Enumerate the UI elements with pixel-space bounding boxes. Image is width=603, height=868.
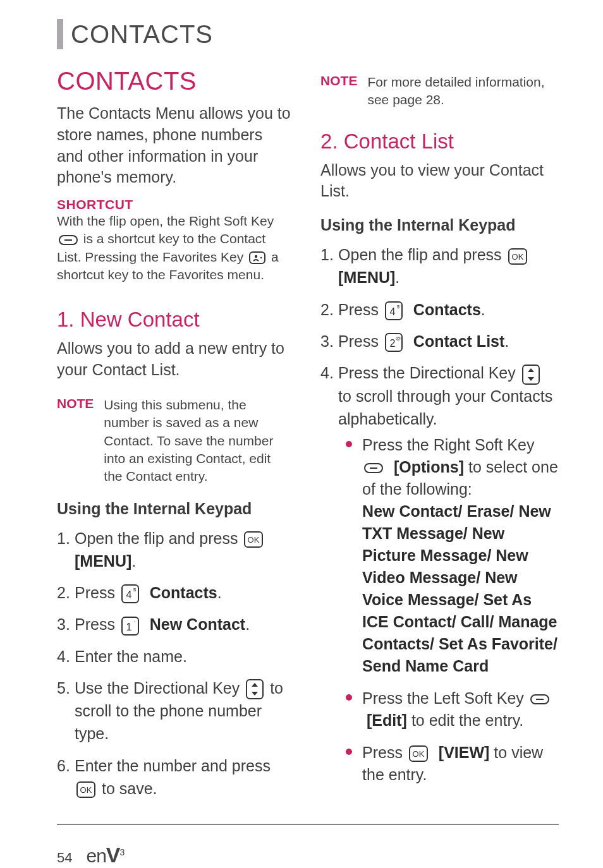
svg-text:': ' <box>134 620 135 625</box>
shortcut-text: With the flip open, the Right Soft Key i… <box>57 212 293 284</box>
step-bold: Contacts <box>413 301 481 318</box>
right-soft-key-icon <box>364 463 383 473</box>
page-title: CONTACTS <box>71 20 213 49</box>
svg-text:OK: OK <box>413 749 425 759</box>
keypad-2-icon: 2@ <box>385 333 403 352</box>
step-3: Press 2@ Contact List. <box>320 330 559 353</box>
bullet-text-b: to edit the entry. <box>411 711 523 729</box>
brand-logo: enV3 <box>86 843 124 867</box>
bullet-text: Press the Right Soft Key <box>362 436 534 454</box>
step-6: Enter the number and press OK to save. <box>57 754 293 800</box>
svg-text:OK: OK <box>80 785 92 795</box>
svg-point-4 <box>260 257 262 259</box>
keypad-heading-right: Using the Internal Keypad <box>320 216 559 234</box>
bullet-bold: [Edit] <box>367 711 407 729</box>
new-contact-intro: Allows you to add a new entry to your Co… <box>57 338 293 381</box>
note-text: For more detailed information, see page … <box>367 73 559 109</box>
bullet-text: Press <box>362 744 407 761</box>
step-4: Press the Directional Key to scroll thro… <box>320 361 559 786</box>
bullet-bold: [Options] <box>394 458 464 476</box>
note-new-contact: NOTE Using this submenu, the number is s… <box>57 396 293 486</box>
bullet-options: Press the Right Soft Key [Options] to se… <box>338 434 559 677</box>
steps-contact-list: Open the flip and press OK [MENU]. Press… <box>320 243 559 796</box>
svg-marker-14 <box>252 683 258 687</box>
page-number: 54 <box>57 850 72 866</box>
svg-text:@: @ <box>396 335 401 341</box>
svg-text:2: 2 <box>390 338 396 349</box>
keypad-4-icon: 4$ <box>385 301 403 320</box>
note-more-info: NOTE For more detailed information, see … <box>320 73 559 109</box>
step-text: Press <box>338 301 383 318</box>
step-1: Open the flip and press OK [MENU]. <box>320 243 559 289</box>
note-label: NOTE <box>57 396 94 486</box>
ok-key-icon: OK <box>508 248 527 265</box>
left-soft-key-icon <box>530 694 549 704</box>
keypad-1-icon: 1' <box>121 617 139 636</box>
contact-list-intro: Allows you to view your Contact List. <box>320 160 559 203</box>
logo-v: V <box>106 843 120 867</box>
shortcut-line1a: With the flip open, the Right Soft Key <box>57 214 274 228</box>
bullet-text: Press the Left Soft Key <box>362 689 528 707</box>
step-bold: Contact List <box>413 332 504 350</box>
bullet-bold: [VIEW] <box>439 744 490 761</box>
step-text: Press <box>75 584 119 601</box>
svg-text:4: 4 <box>390 306 396 317</box>
ok-key-icon: OK <box>244 531 263 548</box>
step-text: Enter the number and press <box>75 757 271 775</box>
options-list: New Contact/ Erase/ New TXT Message/ New… <box>362 502 557 675</box>
step-3: Press 1' New Contact. <box>57 613 293 636</box>
step-bold: New Contact <box>150 615 245 633</box>
step-bold: [MENU] <box>75 552 131 570</box>
header-accent-bar <box>57 19 63 49</box>
step-text: Press <box>75 615 119 633</box>
section-heading-contacts: CONTACTS <box>57 67 293 95</box>
shortcut-label: SHORTCUT <box>57 197 293 212</box>
step-text: Press the Directional Key <box>338 364 520 382</box>
svg-rect-26 <box>523 365 539 384</box>
favorites-key-icon <box>249 251 265 264</box>
step-text: Enter the name. <box>75 648 187 665</box>
logo-en: en <box>86 845 106 866</box>
svg-marker-15 <box>252 692 258 696</box>
section-heading-new-contact: 1. New Contact <box>57 308 293 332</box>
page: CONTACTS CONTACTS The Contacts Menu allo… <box>0 0 603 868</box>
svg-marker-28 <box>528 377 534 381</box>
bullet-view: Press OK [VIEW] to view the entry. <box>338 742 559 786</box>
shortcut-line2a: Pressing the Favorites Key <box>85 250 247 264</box>
ok-key-icon: OK <box>76 781 95 798</box>
step-1: Open the flip and press OK [MENU]. <box>57 527 293 573</box>
note-label: NOTE <box>320 73 357 109</box>
keypad-heading-left: Using the Internal Keypad <box>57 500 293 518</box>
sub-bullets: Press the Right Soft Key [Options] to se… <box>338 434 559 786</box>
step-2: Press 4$ Contacts. <box>57 581 293 604</box>
svg-text:1: 1 <box>126 622 131 632</box>
svg-rect-2 <box>250 252 265 263</box>
step-4: Enter the name. <box>57 645 293 668</box>
step-text: Open the flip and press <box>75 529 242 547</box>
step-bold: [MENU] <box>338 268 395 286</box>
step-text-b: to save. <box>102 780 157 797</box>
step-text: Use the Directional Key <box>75 679 244 697</box>
step-text: Press <box>338 332 383 350</box>
ok-key-icon: OK <box>409 745 428 762</box>
step-text-b: to scroll through your Contacts alphabet… <box>338 387 552 428</box>
step-text: Open the flip and press <box>338 246 506 263</box>
step-bold: Contacts <box>150 584 217 601</box>
step-2: Press 4$ Contacts. <box>320 298 559 321</box>
svg-text:4: 4 <box>126 589 131 600</box>
page-header: CONTACTS <box>57 19 559 49</box>
bullet-edit: Press the Left Soft Key [Edit] to edit t… <box>338 687 559 732</box>
keypad-4-icon: 4$ <box>121 584 139 603</box>
svg-text:OK: OK <box>248 535 260 545</box>
content-columns: CONTACTS The Contacts Menu allows you to… <box>57 67 559 812</box>
svg-marker-27 <box>528 368 534 372</box>
note-text: Using this submenu, the number is saved … <box>104 396 293 486</box>
svg-rect-13 <box>247 680 263 699</box>
step-5: Use the Directional Key to scroll to the… <box>57 677 293 745</box>
directional-key-icon <box>522 365 540 385</box>
page-footer: 54 enV3 <box>57 836 559 867</box>
right-soft-key-icon <box>59 235 78 245</box>
right-column: NOTE For more detailed information, see … <box>320 67 559 812</box>
svg-point-3 <box>255 255 257 258</box>
svg-text:OK: OK <box>511 252 523 262</box>
